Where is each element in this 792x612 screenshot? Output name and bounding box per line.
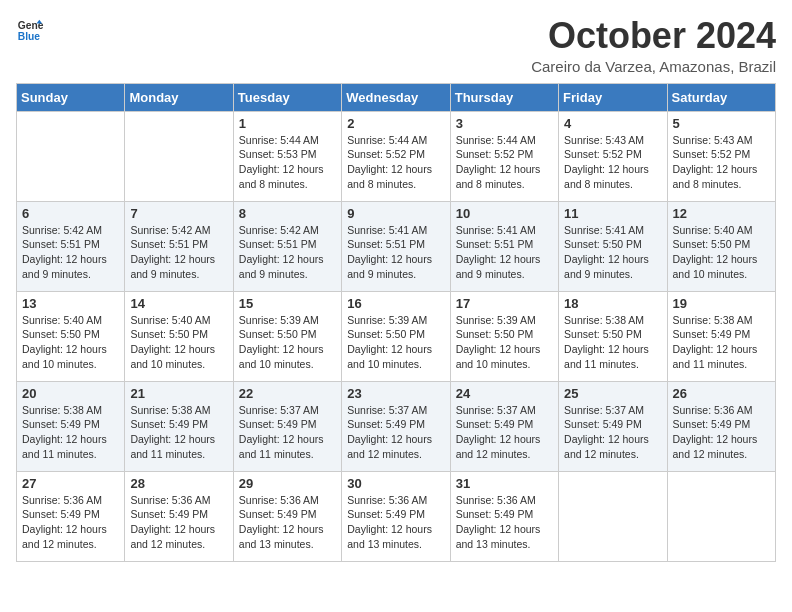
day-info: Sunrise: 5:36 AM Sunset: 5:49 PM Dayligh… (347, 493, 444, 552)
day-info: Sunrise: 5:39 AM Sunset: 5:50 PM Dayligh… (347, 313, 444, 372)
weekday-header-monday: Monday (125, 83, 233, 111)
day-number: 25 (564, 386, 661, 401)
calendar-cell: 14Sunrise: 5:40 AM Sunset: 5:50 PM Dayli… (125, 291, 233, 381)
weekday-header-sunday: Sunday (17, 83, 125, 111)
day-number: 18 (564, 296, 661, 311)
day-info: Sunrise: 5:44 AM Sunset: 5:52 PM Dayligh… (347, 133, 444, 192)
calendar-cell: 19Sunrise: 5:38 AM Sunset: 5:49 PM Dayli… (667, 291, 775, 381)
weekday-header-saturday: Saturday (667, 83, 775, 111)
calendar-cell: 23Sunrise: 5:37 AM Sunset: 5:49 PM Dayli… (342, 381, 450, 471)
day-info: Sunrise: 5:41 AM Sunset: 5:50 PM Dayligh… (564, 223, 661, 282)
month-title: October 2024 (531, 16, 776, 56)
calendar-cell: 4Sunrise: 5:43 AM Sunset: 5:52 PM Daylig… (559, 111, 667, 201)
day-info: Sunrise: 5:38 AM Sunset: 5:49 PM Dayligh… (130, 403, 227, 462)
day-info: Sunrise: 5:42 AM Sunset: 5:51 PM Dayligh… (22, 223, 119, 282)
day-info: Sunrise: 5:40 AM Sunset: 5:50 PM Dayligh… (22, 313, 119, 372)
day-number: 9 (347, 206, 444, 221)
day-info: Sunrise: 5:36 AM Sunset: 5:49 PM Dayligh… (130, 493, 227, 552)
day-number: 27 (22, 476, 119, 491)
day-info: Sunrise: 5:42 AM Sunset: 5:51 PM Dayligh… (130, 223, 227, 282)
day-info: Sunrise: 5:38 AM Sunset: 5:49 PM Dayligh… (673, 313, 770, 372)
calendar-cell: 16Sunrise: 5:39 AM Sunset: 5:50 PM Dayli… (342, 291, 450, 381)
day-info: Sunrise: 5:40 AM Sunset: 5:50 PM Dayligh… (673, 223, 770, 282)
day-number: 6 (22, 206, 119, 221)
calendar-cell: 12Sunrise: 5:40 AM Sunset: 5:50 PM Dayli… (667, 201, 775, 291)
day-number: 15 (239, 296, 336, 311)
location-title: Careiro da Varzea, Amazonas, Brazil (531, 58, 776, 75)
calendar-week-3: 13Sunrise: 5:40 AM Sunset: 5:50 PM Dayli… (17, 291, 776, 381)
calendar-cell: 13Sunrise: 5:40 AM Sunset: 5:50 PM Dayli… (17, 291, 125, 381)
calendar-cell (17, 111, 125, 201)
day-info: Sunrise: 5:36 AM Sunset: 5:49 PM Dayligh… (673, 403, 770, 462)
day-number: 1 (239, 116, 336, 131)
calendar-header-row: SundayMondayTuesdayWednesdayThursdayFrid… (17, 83, 776, 111)
day-number: 20 (22, 386, 119, 401)
day-info: Sunrise: 5:41 AM Sunset: 5:51 PM Dayligh… (456, 223, 553, 282)
calendar-cell: 31Sunrise: 5:36 AM Sunset: 5:49 PM Dayli… (450, 471, 558, 561)
calendar-week-5: 27Sunrise: 5:36 AM Sunset: 5:49 PM Dayli… (17, 471, 776, 561)
day-number: 30 (347, 476, 444, 491)
calendar-cell: 5Sunrise: 5:43 AM Sunset: 5:52 PM Daylig… (667, 111, 775, 201)
calendar-week-1: 1Sunrise: 5:44 AM Sunset: 5:53 PM Daylig… (17, 111, 776, 201)
logo: General Blue (16, 16, 44, 44)
calendar-cell: 28Sunrise: 5:36 AM Sunset: 5:49 PM Dayli… (125, 471, 233, 561)
day-info: Sunrise: 5:37 AM Sunset: 5:49 PM Dayligh… (456, 403, 553, 462)
calendar-cell: 18Sunrise: 5:38 AM Sunset: 5:50 PM Dayli… (559, 291, 667, 381)
calendar-cell (667, 471, 775, 561)
day-number: 3 (456, 116, 553, 131)
calendar-cell: 21Sunrise: 5:38 AM Sunset: 5:49 PM Dayli… (125, 381, 233, 471)
day-number: 10 (456, 206, 553, 221)
calendar-cell: 10Sunrise: 5:41 AM Sunset: 5:51 PM Dayli… (450, 201, 558, 291)
day-info: Sunrise: 5:43 AM Sunset: 5:52 PM Dayligh… (564, 133, 661, 192)
day-number: 31 (456, 476, 553, 491)
day-info: Sunrise: 5:37 AM Sunset: 5:49 PM Dayligh… (564, 403, 661, 462)
day-number: 5 (673, 116, 770, 131)
day-number: 22 (239, 386, 336, 401)
day-number: 7 (130, 206, 227, 221)
day-number: 24 (456, 386, 553, 401)
day-number: 14 (130, 296, 227, 311)
calendar-cell: 3Sunrise: 5:44 AM Sunset: 5:52 PM Daylig… (450, 111, 558, 201)
day-info: Sunrise: 5:40 AM Sunset: 5:50 PM Dayligh… (130, 313, 227, 372)
weekday-header-tuesday: Tuesday (233, 83, 341, 111)
day-info: Sunrise: 5:42 AM Sunset: 5:51 PM Dayligh… (239, 223, 336, 282)
day-number: 4 (564, 116, 661, 131)
day-number: 28 (130, 476, 227, 491)
day-info: Sunrise: 5:36 AM Sunset: 5:49 PM Dayligh… (456, 493, 553, 552)
calendar-cell (559, 471, 667, 561)
calendar-cell: 17Sunrise: 5:39 AM Sunset: 5:50 PM Dayli… (450, 291, 558, 381)
calendar-cell: 8Sunrise: 5:42 AM Sunset: 5:51 PM Daylig… (233, 201, 341, 291)
calendar-cell: 30Sunrise: 5:36 AM Sunset: 5:49 PM Dayli… (342, 471, 450, 561)
day-number: 8 (239, 206, 336, 221)
day-info: Sunrise: 5:37 AM Sunset: 5:49 PM Dayligh… (347, 403, 444, 462)
calendar-week-2: 6Sunrise: 5:42 AM Sunset: 5:51 PM Daylig… (17, 201, 776, 291)
calendar-cell: 29Sunrise: 5:36 AM Sunset: 5:49 PM Dayli… (233, 471, 341, 561)
calendar-cell: 11Sunrise: 5:41 AM Sunset: 5:50 PM Dayli… (559, 201, 667, 291)
logo-icon: General Blue (16, 16, 44, 44)
calendar-week-4: 20Sunrise: 5:38 AM Sunset: 5:49 PM Dayli… (17, 381, 776, 471)
day-info: Sunrise: 5:36 AM Sunset: 5:49 PM Dayligh… (239, 493, 336, 552)
calendar-cell: 27Sunrise: 5:36 AM Sunset: 5:49 PM Dayli… (17, 471, 125, 561)
calendar-cell: 1Sunrise: 5:44 AM Sunset: 5:53 PM Daylig… (233, 111, 341, 201)
day-info: Sunrise: 5:44 AM Sunset: 5:53 PM Dayligh… (239, 133, 336, 192)
day-info: Sunrise: 5:36 AM Sunset: 5:49 PM Dayligh… (22, 493, 119, 552)
day-number: 17 (456, 296, 553, 311)
day-number: 16 (347, 296, 444, 311)
day-info: Sunrise: 5:41 AM Sunset: 5:51 PM Dayligh… (347, 223, 444, 282)
weekday-header-friday: Friday (559, 83, 667, 111)
svg-text:Blue: Blue (18, 31, 41, 42)
day-number: 13 (22, 296, 119, 311)
calendar-cell (125, 111, 233, 201)
day-info: Sunrise: 5:43 AM Sunset: 5:52 PM Dayligh… (673, 133, 770, 192)
day-info: Sunrise: 5:38 AM Sunset: 5:49 PM Dayligh… (22, 403, 119, 462)
calendar-cell: 26Sunrise: 5:36 AM Sunset: 5:49 PM Dayli… (667, 381, 775, 471)
day-info: Sunrise: 5:38 AM Sunset: 5:50 PM Dayligh… (564, 313, 661, 372)
day-info: Sunrise: 5:37 AM Sunset: 5:49 PM Dayligh… (239, 403, 336, 462)
calendar-cell: 20Sunrise: 5:38 AM Sunset: 5:49 PM Dayli… (17, 381, 125, 471)
page-header: General Blue October 2024 Careiro da Var… (16, 16, 776, 75)
day-info: Sunrise: 5:39 AM Sunset: 5:50 PM Dayligh… (239, 313, 336, 372)
day-number: 2 (347, 116, 444, 131)
calendar-cell: 9Sunrise: 5:41 AM Sunset: 5:51 PM Daylig… (342, 201, 450, 291)
calendar-cell: 2Sunrise: 5:44 AM Sunset: 5:52 PM Daylig… (342, 111, 450, 201)
calendar-body: 1Sunrise: 5:44 AM Sunset: 5:53 PM Daylig… (17, 111, 776, 561)
